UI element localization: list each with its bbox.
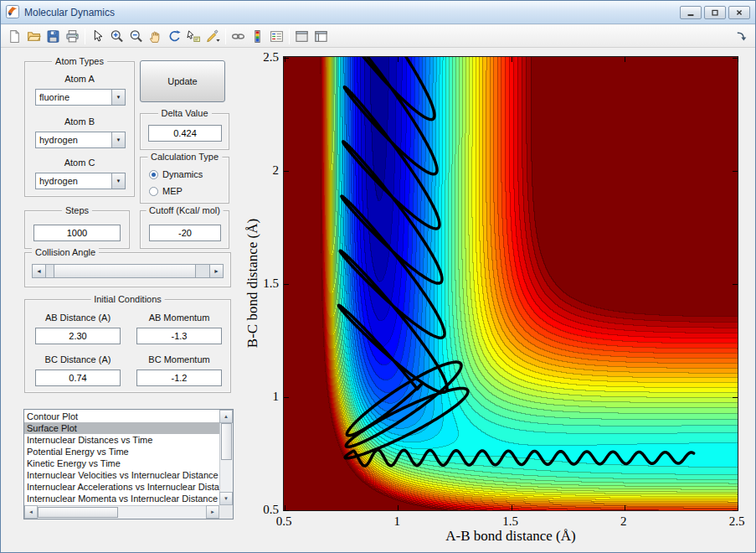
atom-b-value: hydrogen (36, 132, 111, 147)
list-vertical-scrollbar[interactable]: ▲ ▼ (219, 410, 233, 505)
x-tick-label: 1.5 (502, 514, 518, 529)
insert-colorbar-icon[interactable] (248, 27, 267, 46)
collision-angle-title: Collision Angle (32, 247, 99, 257)
toolbar (1, 25, 755, 48)
y-tick-mark (733, 171, 738, 172)
cutoff-title: Cutoff (Kcal/ mol) (146, 205, 224, 215)
list-item[interactable]: Surface Plot (24, 422, 219, 434)
cutoff-input[interactable] (149, 225, 221, 241)
radio-circle-icon (149, 170, 158, 179)
steps-panel: Steps (24, 210, 130, 249)
radio-label: Dynamics (162, 169, 203, 179)
y-tick-mark (733, 58, 738, 59)
title-bar[interactable]: Molecular Dynamics (1, 1, 755, 24)
collision-angle-panel: Collision Angle ◄ ► (24, 252, 231, 287)
slider-thumb[interactable] (54, 265, 196, 277)
plot-frame (283, 56, 738, 511)
bc-momentum-label: BC Momentum (131, 354, 227, 364)
x-tick-mark (512, 505, 512, 510)
atom-b-label: Atom B (25, 116, 134, 127)
hide-plot-tools-icon[interactable] (292, 27, 311, 46)
radio-label: MEP (162, 186, 183, 196)
scroll-right-arrow-icon[interactable]: ► (206, 505, 219, 519)
atom-c-combobox[interactable]: hydrogen ▼ (35, 173, 126, 189)
x-tick-label: 0.5 (276, 514, 292, 529)
new-file-icon[interactable] (5, 27, 24, 46)
list-item[interactable]: Kinetic Energy vs Time (24, 457, 219, 469)
insert-legend-icon[interactable] (267, 27, 286, 46)
restore-button[interactable] (704, 6, 726, 19)
ab-distance-input[interactable] (35, 328, 121, 344)
plot-type-list: Contour PlotSurface PlotInternuclear Dis… (24, 410, 219, 505)
scroll-down-arrow-icon[interactable]: ▼ (219, 492, 233, 505)
x-tick-mark (738, 57, 738, 62)
x-tick-mark (398, 57, 399, 62)
update-button[interactable]: Update (140, 60, 225, 102)
plot-type-listbox: Contour PlotSurface PlotInternuclear Dis… (23, 409, 234, 519)
y-tick-label: 0.5 (244, 503, 279, 517)
chevron-down-icon[interactable]: ▼ (111, 90, 125, 105)
radio-circle-icon (149, 187, 158, 196)
rotate-3d-icon[interactable] (165, 27, 184, 46)
brush-icon[interactable] (203, 27, 223, 46)
scroll-up-arrow-icon[interactable]: ▲ (219, 410, 233, 423)
list-item[interactable]: Internuclear Velocities vs Internuclear … (24, 469, 219, 481)
x-tick-mark (398, 505, 399, 510)
zoom-in-icon[interactable] (107, 27, 126, 46)
print-icon[interactable] (63, 27, 82, 46)
x-tick-mark (738, 505, 738, 510)
ab-momentum-input[interactable] (136, 328, 222, 344)
radio-option-dynamics[interactable]: Dynamics (149, 168, 203, 181)
initial-conditions-title: Initial Conditions (90, 294, 165, 304)
data-cursor-icon[interactable] (184, 27, 203, 46)
y-tick-mark (284, 171, 289, 172)
list-item[interactable]: Potential Energy vs Time (24, 446, 219, 457)
scroll-left-arrow-icon[interactable]: ◄ (24, 505, 38, 519)
pes-plot-canvas[interactable] (284, 57, 738, 510)
vertical-scrollbar-thumb[interactable] (221, 423, 232, 460)
x-axis-label: A-B bond distance (Å) (445, 528, 575, 545)
atom-a-value: fluorine (36, 90, 111, 105)
close-button[interactable] (728, 6, 750, 19)
chevron-down-icon[interactable]: ▼ (111, 132, 125, 147)
atom-types-title: Atom Types (52, 56, 107, 66)
list-horizontal-scrollbar[interactable]: ◄ ► (24, 505, 219, 519)
steps-input[interactable] (33, 225, 121, 241)
bc-distance-input[interactable] (35, 370, 121, 386)
open-file-icon[interactable] (24, 27, 44, 46)
list-item[interactable]: Internuclear Distances vs Time (24, 434, 219, 446)
chevron-down-icon[interactable]: ▼ (111, 173, 125, 189)
toolbar-separator (225, 28, 226, 44)
slider-right-arrow-icon[interactable]: ► (209, 265, 223, 277)
ab-momentum-label: AB Momentum (131, 313, 227, 323)
atom-a-combobox[interactable]: fluorine ▼ (35, 89, 126, 106)
toolbar-separator (289, 28, 290, 44)
atom-b-combobox[interactable]: hydrogen ▼ (35, 132, 126, 148)
delta-value-input[interactable] (148, 125, 222, 142)
slider-left-arrow-icon[interactable]: ◄ (33, 265, 46, 277)
pan-icon[interactable] (146, 27, 165, 46)
link-plots-icon[interactable] (229, 27, 248, 46)
minimize-button[interactable] (680, 6, 702, 19)
window-title: Molecular Dynamics (24, 7, 115, 18)
ab-distance-label: AB Distance (A) (30, 313, 126, 323)
list-item[interactable]: Internuclear Accelerations vs Internucle… (24, 481, 219, 493)
list-item[interactable]: Contour Plot (24, 411, 219, 422)
window-buttons (680, 6, 750, 19)
y-axis-label: B-C bond distance (Å) (244, 219, 261, 348)
calculation-type-panel: Calculation Type DynamicsMEP (140, 157, 229, 204)
list-item[interactable]: Internuclear Momenta vs Internuclear Dis… (24, 493, 219, 504)
radio-option-mep[interactable]: MEP (149, 184, 183, 198)
app-icon (6, 5, 19, 20)
y-tick-mark (284, 58, 289, 59)
horizontal-scrollbar-thumb[interactable] (38, 507, 118, 518)
zoom-out-icon[interactable] (126, 27, 146, 46)
bc-momentum-input[interactable] (136, 370, 222, 386)
collision-angle-slider[interactable]: ◄ ► (32, 264, 224, 278)
x-tick-mark (625, 57, 625, 62)
save-icon[interactable] (44, 27, 63, 46)
x-tick-mark (625, 505, 625, 510)
dock-figure-icon[interactable] (732, 27, 751, 46)
pointer-icon[interactable] (88, 27, 107, 46)
show-plot-tools-icon[interactable] (311, 27, 331, 46)
